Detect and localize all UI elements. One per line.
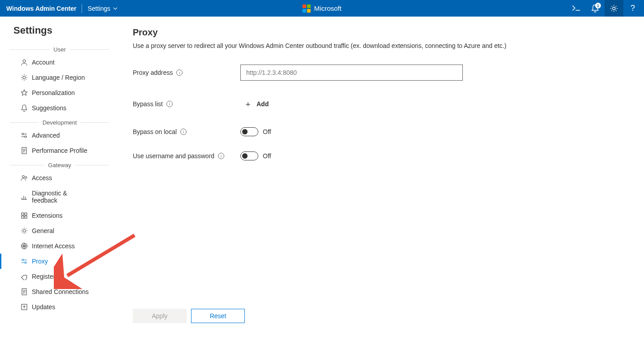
nav-breadcrumb-settings[interactable]: Settings [87,5,117,12]
chevron-down-icon [113,7,117,10]
svg-rect-10 [22,216,24,218]
proxy-address-label: Proxy address [133,69,173,76]
microsoft-logo-icon [303,4,311,13]
page-title: Settings [0,25,119,43]
sliders-icon [20,132,28,139]
sidebar-item-label: Performance Profile [20,147,87,154]
sidebar-item-suggestions[interactable]: Suggestions [0,100,119,116]
bell-icon [20,104,28,112]
tag-icon [20,273,28,280]
help-icon: ? [631,4,635,13]
people-icon [20,174,28,181]
svg-point-14 [22,259,24,261]
content: Proxy Use a proxy server to redirect all… [119,17,622,350]
svg-point-12 [23,229,26,232]
person-icon [20,59,28,66]
use-auth-label: Use username and password [133,152,214,160]
apply-button[interactable]: Apply [133,309,187,323]
brand-title[interactable]: Windows Admin Center [6,5,76,12]
microsoft-label: Microsoft [314,4,342,12]
svg-rect-8 [22,213,24,215]
section-header-gateway: Gateway [0,162,119,169]
section-header-user: User [0,46,119,53]
notifications-button[interactable]: 1 [586,0,605,17]
field-use-auth: Use username and password i Off [133,151,608,160]
grid-icon [20,212,28,219]
info-icon[interactable]: i [176,69,183,76]
info-icon[interactable]: i [180,129,187,135]
svg-point-0 [613,7,615,10]
topbar-right: 1 ? [567,0,642,17]
sidebar-item-personalization[interactable]: Personalization [0,85,119,100]
gear-icon [610,4,618,13]
field-bypass-local: Bypass on local i Off [133,127,608,136]
svg-rect-11 [25,216,27,218]
settings-button[interactable] [605,0,623,17]
sidebar-item-access[interactable]: Access [0,170,119,186]
console-button[interactable] [567,0,586,17]
toggle-state: Off [263,128,271,135]
sync-icon [20,303,28,311]
content-description: Use a proxy server to redirect all your … [133,42,608,49]
gear-icon [20,74,28,81]
nav-breadcrumb-label: Settings [87,5,110,12]
svg-point-1 [23,60,26,62]
toggle-state: Off [263,152,271,160]
sidebar-item-general[interactable]: General [0,223,119,238]
sidebar: Settings User Account Language / Region … [0,17,119,350]
bypass-list-label: Bypass list [133,100,163,108]
svg-rect-9 [25,213,27,215]
console-icon [572,5,580,12]
star-icon [20,89,28,96]
sliders-icon [20,258,28,265]
field-proxy-address: Proxy address i [133,65,608,81]
sidebar-item-internet[interactable]: Internet Access [0,238,119,254]
svg-point-15 [25,262,26,264]
bypass-local-label: Bypass on local [133,128,177,135]
plus-icon: ＋ [244,99,252,109]
topbar-left: Windows Admin Center Settings [6,4,117,13]
sidebar-item-register[interactable]: Register [0,269,119,284]
bypass-local-toggle[interactable] [240,127,258,136]
chart-icon [20,193,28,200]
sidebar-item-extensions[interactable]: Extensions [0,208,119,223]
sidebar-item-performance[interactable]: Performance Profile [0,143,119,158]
sidebar-item-account[interactable]: Account [0,55,119,70]
divider [82,4,82,13]
proxy-address-input[interactable] [240,65,463,81]
field-bypass-list: Bypass list i ＋ Add [133,96,608,112]
sidebar-item-advanced[interactable]: Advanced [0,128,119,143]
help-button[interactable]: ? [623,0,642,17]
use-auth-toggle[interactable] [240,151,258,160]
content-heading: Proxy [133,27,608,38]
sidebar-item-language[interactable]: Language / Region [0,70,119,85]
sidebar-item-proxy[interactable]: Proxy [0,254,119,269]
reset-button[interactable]: Reset [191,309,245,323]
svg-point-4 [25,136,26,138]
section-header-development: Development [0,119,119,126]
sidebar-item-diagnostic[interactable]: Diagnostic & feedback [0,186,119,208]
sidebar-item-updates[interactable]: Updates [0,299,119,315]
add-button[interactable]: ＋ Add [240,96,272,112]
gear-icon [20,227,28,234]
add-label: Add [257,100,269,108]
topbar: Windows Admin Center Settings Microsoft … [0,0,644,17]
sidebar-item-shared[interactable]: Shared Connections [0,284,119,299]
document-icon [20,288,28,295]
microsoft-brand[interactable]: Microsoft [303,4,342,13]
document-icon [20,147,28,154]
info-icon[interactable]: i [166,101,173,107]
button-bar: Apply Reset [133,309,245,323]
globe-icon [20,242,28,250]
sidebar-item-label: Internet Access [20,242,75,250]
info-icon[interactable]: i [218,153,224,159]
svg-point-6 [22,176,25,178]
sidebar-item-label: Language / Region [20,74,85,81]
sidebar-item-label: Shared Connections [20,288,89,295]
svg-point-7 [25,177,27,178]
notification-badge: 1 [595,3,601,9]
svg-point-2 [23,76,26,79]
sidebar-item-label: Personalization [20,89,75,96]
svg-point-3 [22,133,24,135]
